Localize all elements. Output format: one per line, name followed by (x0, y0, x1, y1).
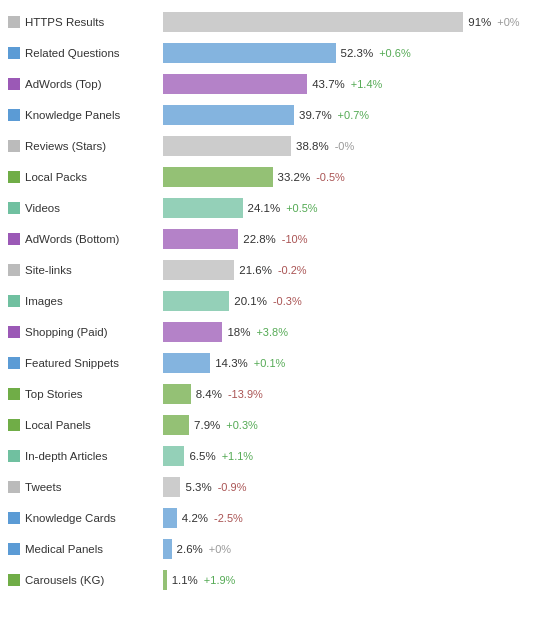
delta-text: -13.9% (228, 388, 263, 400)
bar (163, 415, 189, 435)
bar (163, 260, 234, 280)
bar-area: 6.5%+1.1% (163, 446, 534, 466)
bar (163, 570, 167, 590)
item-label: Videos (25, 202, 60, 214)
color-indicator (8, 16, 20, 28)
label-col: AdWords (Bottom) (8, 233, 163, 245)
bar-area: 18%+3.8% (163, 322, 534, 342)
color-indicator (8, 574, 20, 586)
item-label: Related Questions (25, 47, 120, 59)
item-label: Carousels (KG) (25, 574, 104, 586)
delta-text: -2.5% (214, 512, 243, 524)
label-col: Knowledge Panels (8, 109, 163, 121)
label-col: Featured Snippets (8, 357, 163, 369)
item-label: Local Panels (25, 419, 91, 431)
color-indicator (8, 481, 20, 493)
serp-features-chart: HTTPS Results91%+0%Related Questions52.3… (0, 8, 542, 594)
table-row: Knowledge Panels39.7%+0.7% (8, 101, 534, 129)
bar-area: 5.3%-0.9% (163, 477, 534, 497)
bar (163, 136, 291, 156)
label-col: Top Stories (8, 388, 163, 400)
color-indicator (8, 78, 20, 90)
color-indicator (8, 233, 20, 245)
color-indicator (8, 202, 20, 214)
bar-area: 14.3%+0.1% (163, 353, 534, 373)
delta-text: -0.9% (218, 481, 247, 493)
delta-text: -0.3% (273, 295, 302, 307)
label-col: Shopping (Paid) (8, 326, 163, 338)
delta-text: +0.7% (338, 109, 370, 121)
delta-text: +1.9% (204, 574, 236, 586)
bar (163, 105, 294, 125)
bar (163, 12, 463, 32)
pct-text: 24.1% (248, 202, 281, 214)
bar (163, 229, 238, 249)
delta-text: +0.6% (379, 47, 411, 59)
item-label: Reviews (Stars) (25, 140, 106, 152)
delta-text: -0% (335, 140, 355, 152)
bar-area: 33.2%-0.5% (163, 167, 534, 187)
color-indicator (8, 419, 20, 431)
bar (163, 198, 243, 218)
bar-area: 8.4%-13.9% (163, 384, 534, 404)
item-label: Knowledge Cards (25, 512, 116, 524)
table-row: Site-links21.6%-0.2% (8, 256, 534, 284)
delta-text: -0.2% (278, 264, 307, 276)
label-col: Medical Panels (8, 543, 163, 555)
delta-text: +0% (209, 543, 231, 555)
item-label: Featured Snippets (25, 357, 119, 369)
color-indicator (8, 264, 20, 276)
item-label: Shopping (Paid) (25, 326, 107, 338)
pct-text: 14.3% (215, 357, 248, 369)
bar (163, 43, 336, 63)
table-row: Tweets5.3%-0.9% (8, 473, 534, 501)
table-row: AdWords (Bottom)22.8%-10% (8, 225, 534, 253)
color-indicator (8, 388, 20, 400)
item-label: HTTPS Results (25, 16, 104, 28)
bar-area: 39.7%+0.7% (163, 105, 534, 125)
bar (163, 74, 307, 94)
label-col: HTTPS Results (8, 16, 163, 28)
bar-area: 21.6%-0.2% (163, 260, 534, 280)
delta-text: +1.1% (222, 450, 254, 462)
bar-area: 52.3%+0.6% (163, 43, 534, 63)
color-indicator (8, 543, 20, 555)
color-indicator (8, 140, 20, 152)
bar-area: 38.8%-0% (163, 136, 534, 156)
item-label: Knowledge Panels (25, 109, 120, 121)
item-label: Medical Panels (25, 543, 103, 555)
item-label: AdWords (Top) (25, 78, 101, 90)
table-row: Local Panels7.9%+0.3% (8, 411, 534, 439)
pct-text: 8.4% (196, 388, 222, 400)
delta-text: +0.3% (226, 419, 258, 431)
label-col: Knowledge Cards (8, 512, 163, 524)
pct-text: 43.7% (312, 78, 345, 90)
bar (163, 322, 222, 342)
item-label: Site-links (25, 264, 72, 276)
pct-text: 52.3% (341, 47, 374, 59)
table-row: Related Questions52.3%+0.6% (8, 39, 534, 67)
color-indicator (8, 326, 20, 338)
table-row: Shopping (Paid)18%+3.8% (8, 318, 534, 346)
table-row: Carousels (KG)1.1%+1.9% (8, 566, 534, 594)
bar (163, 446, 184, 466)
label-col: Local Packs (8, 171, 163, 183)
label-col: Local Panels (8, 419, 163, 431)
pct-text: 20.1% (234, 295, 267, 307)
bar-area: 43.7%+1.4% (163, 74, 534, 94)
table-row: AdWords (Top)43.7%+1.4% (8, 70, 534, 98)
bar-area: 1.1%+1.9% (163, 570, 534, 590)
table-row: Local Packs33.2%-0.5% (8, 163, 534, 191)
delta-text: +3.8% (256, 326, 288, 338)
table-row: Medical Panels2.6%+0% (8, 535, 534, 563)
delta-text: -10% (282, 233, 308, 245)
pct-text: 2.6% (177, 543, 203, 555)
bar (163, 508, 177, 528)
table-row: Top Stories8.4%-13.9% (8, 380, 534, 408)
pct-text: 18% (227, 326, 250, 338)
pct-text: 6.5% (189, 450, 215, 462)
label-col: Images (8, 295, 163, 307)
table-row: Images20.1%-0.3% (8, 287, 534, 315)
color-indicator (8, 357, 20, 369)
delta-text: -0.5% (316, 171, 345, 183)
